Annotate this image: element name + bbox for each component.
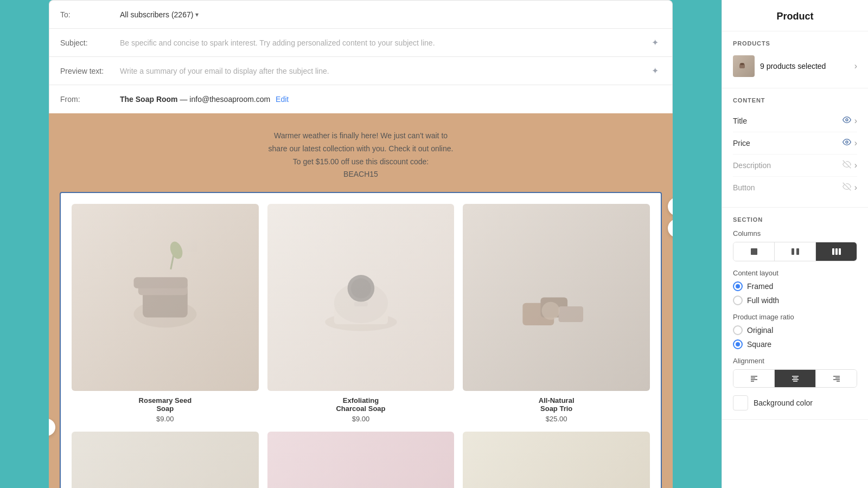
product-block-container: ⠿ — [60, 192, 662, 488]
description-chevron-icon: › — [854, 160, 857, 170]
product-image — [267, 432, 455, 488]
product-price: $25.00 — [546, 415, 567, 423]
product-image — [267, 204, 455, 391]
delete-button[interactable] — [668, 219, 673, 237]
layout-fullwidth[interactable]: Full width — [733, 296, 857, 305]
email-body-text: Warmer weather is finally here! We just … — [49, 113, 673, 192]
content-item-button[interactable]: Button › — [733, 177, 857, 198]
product-image — [463, 204, 650, 391]
align-right-button[interactable] — [816, 370, 857, 387]
product-name: Rosemary Seed Soap — [139, 396, 192, 413]
product-card: Exfoliating Charcoal Soap$9.00 — [267, 204, 455, 423]
ratio-original[interactable]: Original — [733, 325, 857, 335]
product-image — [72, 204, 259, 391]
product-image — [72, 432, 259, 488]
align-center-button[interactable] — [775, 370, 816, 387]
title-chevron-icon: › — [854, 116, 857, 126]
alignment-label: Alignment — [733, 357, 857, 365]
layout-framed[interactable]: Framed — [733, 281, 857, 291]
preview-ai-icon[interactable]: ✦ — [648, 65, 661, 78]
svg-rect-41 — [839, 248, 841, 255]
duplicate-button[interactable] — [668, 197, 673, 216]
from-edit-link[interactable]: Edit — [276, 95, 289, 104]
svg-point-33 — [846, 141, 848, 143]
bg-color-swatch[interactable] — [733, 395, 748, 410]
preview-input[interactable]: Write a summary of your email to display… — [120, 67, 648, 75]
svg-rect-39 — [832, 248, 834, 255]
product-card: Rose Petal Artisinal Soap$15.00 — [267, 432, 455, 488]
product-price: $9.00 — [352, 415, 370, 423]
svg-rect-12 — [354, 302, 368, 306]
price-eye-icon — [843, 138, 851, 149]
to-chevron-icon: ▾ — [195, 11, 199, 18]
product-card: Rosemary Seed Soap$9.00 — [72, 204, 259, 423]
bg-color-row[interactable]: Background color — [733, 395, 857, 410]
image-ratio-label: Product image ratio — [733, 313, 857, 321]
svg-point-31 — [740, 63, 744, 65]
products-selected-text: 9 products selected — [760, 62, 849, 70]
drag-handle[interactable]: ⠿ — [49, 419, 55, 436]
section-settings: SECTION Columns Content layout — [722, 208, 868, 420]
content-item-price[interactable]: Price › — [733, 132, 857, 155]
product-thumbnail — [733, 55, 755, 77]
section-heading: SECTION — [733, 216, 857, 223]
product-card: Natural Fruit Soap Trio$25.00 — [463, 432, 650, 488]
subject-ai-icon[interactable]: ✦ — [648, 36, 661, 49]
to-value[interactable]: All subscribers (2267) ▾ — [120, 10, 199, 19]
block-controls-right — [668, 197, 673, 237]
button-eye-off-icon — [843, 182, 851, 193]
preview-row: Preview text: Write a summary of your em… — [49, 57, 672, 85]
align-left-button[interactable] — [733, 370, 775, 387]
product-name: All-Natural Soap Trio — [539, 396, 575, 413]
product-price: $9.00 — [156, 415, 174, 423]
button-chevron-icon: › — [854, 183, 857, 192]
content-section: CONTENT Title › Price › Descriptio — [722, 88, 868, 208]
alignment-selector — [733, 369, 857, 388]
ratio-square[interactable]: Square — [733, 339, 857, 349]
content-item-title[interactable]: Title › — [733, 110, 857, 132]
to-label: To: — [60, 10, 120, 19]
product-image — [463, 432, 650, 488]
product-grid: Rosemary Seed Soap$9.00 Exfoliating Char… — [72, 204, 650, 488]
svg-rect-37 — [792, 248, 794, 255]
to-row: To: All subscribers (2267) ▾ — [49, 1, 672, 29]
from-row: From: The Soap Room — info@thesoaproom.c… — [49, 85, 672, 113]
content-item-description[interactable]: Description › — [733, 155, 857, 177]
svg-rect-4 — [133, 277, 187, 288]
product-name: Exfoliating Charcoal Soap — [336, 396, 385, 413]
svg-point-32 — [846, 119, 848, 121]
title-eye-icon — [843, 115, 851, 126]
ratio-original-radio — [733, 325, 743, 335]
layout-fullwidth-radio — [733, 296, 743, 305]
svg-rect-40 — [835, 248, 838, 255]
column-2-button[interactable] — [775, 242, 816, 261]
column-1-button[interactable] — [733, 242, 775, 261]
email-content-wrapper: Warmer weather is finally here! We just … — [49, 113, 673, 488]
subject-label: Subject: — [60, 38, 120, 47]
svg-point-16 — [542, 302, 560, 320]
column-3-button[interactable] — [816, 242, 857, 261]
image-ratio-group: Original Square — [733, 325, 857, 349]
products-selected-row[interactable]: 9 products selected › — [733, 53, 857, 79]
columns-selector — [733, 242, 857, 261]
ratio-square-radio — [733, 339, 743, 349]
panel-title: Product — [722, 0, 868, 31]
products-section: PRODUCTS 9 products selected › — [722, 31, 868, 88]
content-heading: CONTENT — [733, 97, 857, 104]
block-controls-left: ⠿ — [49, 419, 55, 436]
price-chevron-icon: › — [854, 138, 857, 148]
subject-input[interactable]: Be specific and concise to spark interes… — [120, 38, 648, 47]
svg-rect-36 — [751, 248, 757, 255]
content-layout-label: Content layout — [733, 269, 857, 277]
subject-row: Subject: Be specific and concise to spar… — [49, 29, 672, 57]
products-heading: PRODUCTS — [733, 40, 857, 47]
right-panel: Product PRODUCTS 9 products selected › C… — [722, 0, 868, 488]
columns-label: Columns — [733, 229, 857, 237]
description-eye-off-icon — [843, 160, 851, 171]
product-card: All-Natural Soap Trio$25.00 — [463, 204, 650, 423]
from-value: The Soap Room — info@thesoaproom.com Edi… — [120, 95, 661, 104]
products-chevron-icon: › — [854, 61, 857, 71]
bg-color-label: Background color — [754, 399, 813, 407]
from-label: From: — [60, 95, 120, 104]
email-header: To: All subscribers (2267) ▾ Subject: Be… — [49, 0, 673, 113]
